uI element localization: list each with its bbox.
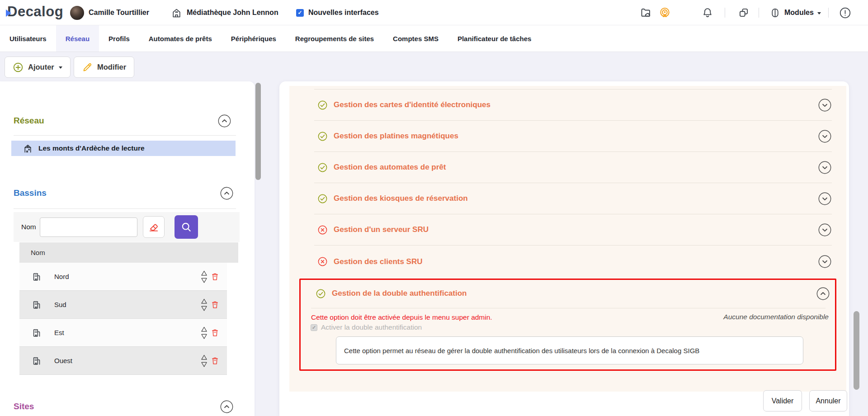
cancel-button[interactable]: Annuler <box>809 390 847 411</box>
separator <box>759 8 759 18</box>
chevron-down-icon[interactable] <box>818 98 832 112</box>
validate-button[interactable]: Valider <box>763 390 802 411</box>
check-circle-icon <box>317 100 328 110</box>
move-up-button[interactable] <box>200 270 208 276</box>
add-button[interactable]: Ajouter <box>5 57 71 78</box>
move-up-button[interactable] <box>200 326 208 332</box>
accordion-item-platines-magnetiques[interactable]: Gestion des platines magnétiques <box>289 121 846 151</box>
search-button[interactable] <box>175 215 198 239</box>
tab-utilisateurs[interactable]: Utilisateurs <box>0 25 56 52</box>
accordion-item-clients-sru[interactable]: Gestion des clients SRU <box>289 246 846 278</box>
description-input[interactable] <box>336 336 803 364</box>
divider <box>311 308 826 308</box>
chevron-up-icon[interactable] <box>816 287 830 301</box>
tab-profils[interactable]: Profils <box>99 25 139 52</box>
modules-label: Modules <box>784 9 814 17</box>
move-down-button[interactable] <box>200 361 208 368</box>
folder-cloud-icon[interactable] <box>640 7 652 19</box>
check-circle-icon <box>317 162 328 173</box>
table-row[interactable]: Ouest <box>19 347 227 375</box>
section-title-reseau: Réseau <box>14 116 44 126</box>
search-icon <box>180 221 192 233</box>
accordion-item-automates-de-pret[interactable]: Gestion des automates de prêt <box>289 152 846 183</box>
clear-filter-button[interactable] <box>143 216 165 238</box>
accordion-item-cartes-identite[interactable]: Gestion des cartes d'identité électroniq… <box>289 90 846 120</box>
new-interfaces-toggle[interactable]: Nouvelles interfaces <box>296 0 379 25</box>
tab-comptes-sms[interactable]: Comptes SMS <box>383 25 448 52</box>
tab-label: Planificateur de tâches <box>458 35 531 43</box>
app-logo[interactable]: Decalog <box>7 4 63 20</box>
move-down-button[interactable] <box>200 277 208 284</box>
library-name: Médiathèque John Lennon <box>187 9 278 17</box>
separator <box>828 8 829 18</box>
move-up-button[interactable] <box>200 354 208 360</box>
accordion-header-double-authentification[interactable]: Gestion de la double authentification <box>301 280 835 307</box>
notifications-bell-icon[interactable] <box>702 7 713 19</box>
tab-regroupements-de-sites[interactable]: Regroupements de sites <box>286 25 383 52</box>
tab-reseau[interactable]: Réseau <box>56 25 99 52</box>
filter-name-input[interactable] <box>40 217 137 237</box>
table-row[interactable]: Nord <box>19 263 227 291</box>
move-down-button[interactable] <box>200 305 208 312</box>
pencil-icon <box>82 62 93 73</box>
accordion-item-kiosques-reservation[interactable]: Gestion des kiosques de réservation <box>289 183 846 214</box>
section-title-sites: Sites <box>14 402 34 411</box>
tab-planificateur-de-taches[interactable]: Planificateur de tâches <box>448 25 541 52</box>
move-up-button[interactable] <box>200 298 208 304</box>
chevron-down-icon[interactable] <box>818 161 832 175</box>
accordion-item-label: Gestion des clients SRU <box>334 257 423 266</box>
library-selector[interactable]: Médiathèque John Lennon <box>171 0 278 25</box>
building-icon <box>32 272 42 282</box>
delete-button[interactable] <box>210 300 220 309</box>
modules-menu[interactable]: Modules <box>769 0 821 25</box>
check-circle-icon <box>317 131 328 142</box>
collapse-section-button[interactable] <box>217 114 231 128</box>
chevron-down-icon[interactable] <box>818 223 832 237</box>
new-interfaces-checkbox[interactable] <box>296 9 304 17</box>
move-down-button[interactable] <box>200 333 208 340</box>
delete-button[interactable] <box>210 272 220 281</box>
collapse-section-button[interactable] <box>220 400 234 414</box>
eraser-icon <box>148 221 160 233</box>
user-menu[interactable]: Camille Tourtillier <box>70 0 149 25</box>
apps-squares-icon[interactable] <box>738 7 750 19</box>
table-row[interactable]: Sud <box>19 291 227 319</box>
user-avatar[interactable] <box>70 6 84 20</box>
delete-button[interactable] <box>210 328 220 337</box>
library-building-icon <box>23 143 33 154</box>
caret-down-icon <box>59 66 62 69</box>
building-icon <box>32 356 42 366</box>
sidebar-panel: Réseau Les monts d'Ardèche de lecture Ba… <box>0 81 255 416</box>
building-icon <box>32 300 42 310</box>
broadcast-assistant-icon[interactable] <box>659 7 671 19</box>
tab-label: Réseau <box>66 35 90 43</box>
tab-label: Regroupements de sites <box>295 35 374 43</box>
chevron-down-icon[interactable] <box>818 255 832 269</box>
tab-automates-de-prets[interactable]: Automates de prêts <box>139 25 222 52</box>
tab-label: Utilisateurs <box>9 35 47 43</box>
network-selected-item[interactable]: Les monts d'Ardèche de lecture <box>11 141 236 156</box>
accordion-item-serveur-sru[interactable]: Gestion d'un serveur SRU <box>289 214 846 245</box>
check-circle-icon <box>317 194 328 204</box>
module-icon <box>769 7 781 19</box>
edit-button-label: Modifier <box>97 63 126 71</box>
building-icon <box>32 328 42 338</box>
delete-button[interactable] <box>210 356 220 365</box>
sidebar-scrollbar-thumb[interactable] <box>255 83 261 180</box>
plus-circle-icon <box>13 62 24 73</box>
options-accordion-list: Gestion des cartes d'identité électroniq… <box>289 86 846 392</box>
table-row[interactable]: Est <box>19 319 227 347</box>
divider <box>14 208 236 209</box>
check-circle-icon <box>316 288 326 299</box>
chevron-down-icon[interactable] <box>818 192 832 206</box>
row-name: Ouest <box>54 357 72 364</box>
collapse-section-button[interactable] <box>220 186 234 200</box>
accordion-item-label: Gestion d'un serveur SRU <box>334 225 429 234</box>
info-alert-icon[interactable] <box>839 7 851 19</box>
activate-2fa-row: Activer la double authentification <box>311 323 422 331</box>
chevron-down-icon[interactable] <box>818 129 832 143</box>
house-icon <box>171 7 182 19</box>
tab-peripheriques[interactable]: Périphériques <box>222 25 286 52</box>
edit-button[interactable]: Modifier <box>74 57 134 78</box>
main-scrollbar-thumb[interactable] <box>854 311 859 390</box>
